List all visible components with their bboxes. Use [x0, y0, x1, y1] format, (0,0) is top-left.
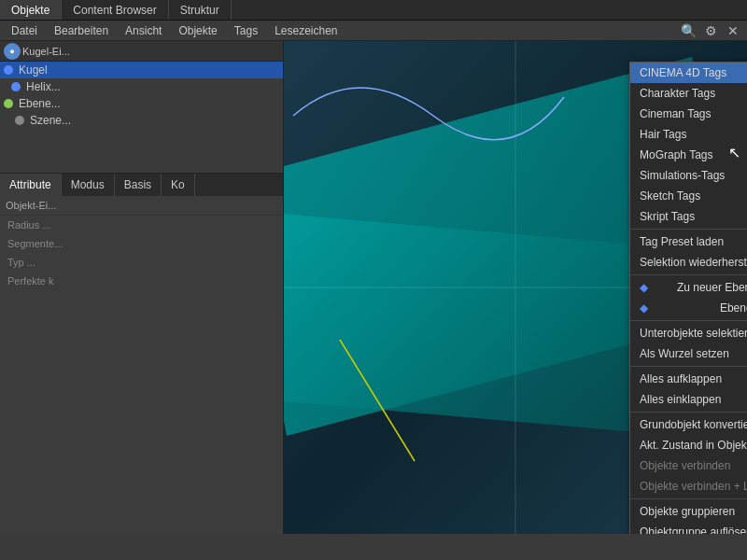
ctx-item-zustand[interactable]: Akt. Zustand in Objekt wandeln: [630, 435, 747, 455]
object-color-dot: [4, 65, 13, 75]
tab-attribute[interactable]: Attribute: [0, 174, 62, 196]
teal-surface-2: [284, 209, 647, 433]
attr-row: Radius ...: [0, 216, 283, 234]
ebenen-icon: ◆: [640, 301, 648, 315]
tab-modus[interactable]: Modus: [62, 174, 115, 196]
ctx-item-simulations-tags[interactable]: Simulations-Tags ▶: [630, 165, 747, 186]
attr-label: Segmente...: [7, 238, 82, 249]
settings-icon[interactable]: ⚙: [700, 21, 721, 41]
left-panel: ● Kugel-Ei... Kugel Helix... Ebene... Sz…: [0, 41, 284, 534]
neue-ebene-icon: ◆: [640, 281, 648, 294]
attr-row: Typ ...: [0, 253, 283, 272]
separator: [630, 229, 747, 230]
menu-lesezeichen[interactable]: Lesezeichen: [267, 22, 345, 39]
separator: [630, 412, 747, 413]
ctx-item-cineman-tags[interactable]: Cineman Tags ▶: [630, 104, 747, 124]
ctx-item-aufklappen[interactable]: Alles aufklappen: [630, 369, 747, 389]
attr-row: Perfekte k: [0, 272, 283, 290]
kugel-label: Kugel-Ei...: [22, 46, 70, 57]
ctx-item-unterobjekte[interactable]: Unterobjekte selektieren: [630, 323, 747, 343]
ctx-item-einklappen[interactable]: Alles einklappen: [630, 389, 747, 410]
menu-tags[interactable]: Tags: [227, 22, 265, 39]
separator: [630, 274, 747, 275]
menu-ansicht[interactable]: Ansicht: [118, 22, 169, 39]
ctx-item-sketch-tags[interactable]: Sketch Tags ▶: [630, 186, 747, 206]
menu-bearbeiten[interactable]: Bearbeiten: [47, 22, 116, 39]
menu-datei[interactable]: Datei: [4, 22, 45, 39]
list-item[interactable]: Ebene...: [0, 95, 283, 112]
ctx-item-hair-tags[interactable]: Hair Tags: [630, 124, 747, 145]
ctx-item-gruppieren[interactable]: Objekte gruppieren: [630, 501, 747, 522]
ctx-item-neue-ebene[interactable]: ◆ Zu neuer Ebene hinzufügen: [630, 277, 747, 298]
ctx-item-ebenen-manager[interactable]: ◆ Ebenen-Manager...: [630, 298, 747, 318]
attr-label: Perfekte k: [7, 275, 82, 287]
top-tab-bar: Objekte Content Browser Struktur: [0, 0, 747, 21]
ctx-item-gruppe-aufloesen[interactable]: Objektgruppe auflösen: [630, 522, 747, 534]
list-item[interactable]: Kugel: [0, 62, 283, 78]
ctx-item-verbinden-loeschen[interactable]: Objekte verbinden + Löschen: [630, 476, 747, 497]
attribute-panel: Attribute Modus Basis Ko Objekt-Ei... Ra…: [0, 174, 283, 534]
ctx-item-tag-preset[interactable]: Tag Preset laden ▶: [630, 231, 747, 252]
list-item[interactable]: Szene...: [0, 112, 283, 129]
object-color-dot: [4, 99, 13, 108]
attr-label: Typ ...: [7, 257, 82, 268]
tab-struktur[interactable]: Struktur: [169, 0, 232, 20]
ctx-item-charakter-tags[interactable]: Charakter Tags ▶: [630, 83, 747, 104]
tab-content-browser[interactable]: Content Browser: [62, 0, 168, 20]
3d-viewport[interactable]: CINEMA 4D Tags ▶ Charakter Tags ▶ Cinema…: [284, 41, 747, 534]
ctx-item-verbinden[interactable]: Objekte verbinden: [630, 455, 747, 476]
attribute-tabs: Attribute Modus Basis Ko: [0, 174, 283, 196]
ctx-item-skript-tags[interactable]: Skript Tags: [630, 206, 747, 227]
attr-label: Radius ...: [7, 219, 82, 231]
separator: [630, 498, 747, 499]
list-item[interactable]: Helix...: [0, 78, 283, 95]
object-color-dot: [11, 82, 21, 91]
context-menu: CINEMA 4D Tags ▶ Charakter Tags ▶ Cinema…: [629, 62, 747, 534]
tab-basis[interactable]: Basis: [115, 174, 162, 196]
separator: [630, 320, 747, 321]
objekt-ei-label: Objekt-Ei...: [0, 196, 283, 216]
close-icon[interactable]: ✕: [723, 21, 743, 41]
object-list: Kugel Helix... Ebene... Szene...: [0, 62, 283, 174]
kugel-icon: ●: [4, 43, 21, 60]
ctx-item-cinema4d-tags[interactable]: CINEMA 4D Tags ▶: [630, 63, 747, 83]
menu-bar: Datei Bearbeiten Ansicht Objekte Tags Le…: [0, 21, 747, 41]
menu-objekte[interactable]: Objekte: [171, 22, 224, 39]
ctx-item-grundobjekt[interactable]: Grundobjekt konvertieren: [630, 414, 747, 435]
separator: [630, 366, 747, 367]
main-area: ● Kugel-Ei... Kugel Helix... Ebene... Sz…: [0, 41, 747, 534]
search-icon[interactable]: 🔍: [678, 21, 698, 41]
ctx-item-selektion[interactable]: Selektion wiederherstellen ▶: [630, 252, 747, 273]
attr-row: Segmente...: [0, 234, 283, 253]
ctx-item-als-wurzel[interactable]: Als Wurzel setzen: [630, 343, 747, 364]
tab-ko[interactable]: Ko: [162, 174, 195, 196]
object-color-dot: [15, 116, 24, 125]
mouse-cursor: ↖: [728, 144, 740, 155]
tab-objekte[interactable]: Objekte: [0, 0, 62, 20]
